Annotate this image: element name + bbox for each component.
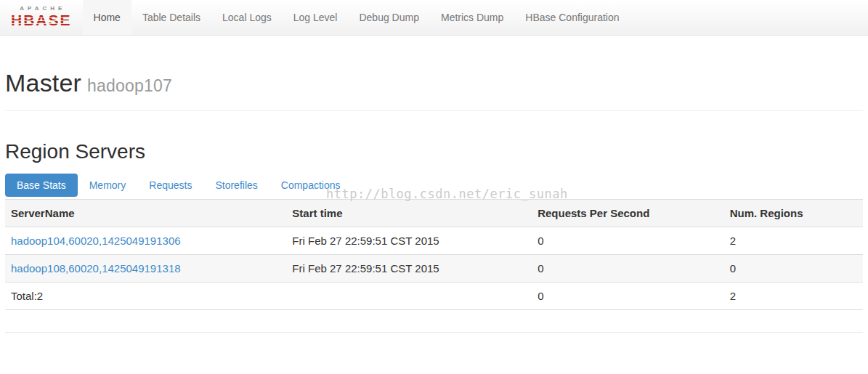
- tab-memory-label[interactable]: Memory: [78, 174, 138, 197]
- col-header-num-regions: Num. Regions: [724, 200, 863, 227]
- nav-item-debug-dump[interactable]: Debug Dump: [348, 0, 430, 35]
- nav-item-metrics-dump-label[interactable]: Metrics Dump: [430, 0, 514, 35]
- tab-memory[interactable]: Memory: [78, 174, 138, 197]
- master-title: Master: [5, 69, 81, 97]
- nav-item-metrics-dump[interactable]: Metrics Dump: [430, 0, 514, 35]
- cell-requests-per-second: 0: [532, 282, 724, 310]
- region-servers-table: ServerName Start time Requests Per Secon…: [5, 199, 863, 310]
- page-title: Masterhadoop107: [5, 69, 863, 97]
- main-content: Masterhadoop107 Region Servers Base Stat…: [0, 69, 868, 333]
- navbar: APACHE HBASE Home Table Details Local Lo…: [0, 0, 868, 36]
- cell-start-time: Fri Feb 27 22:59:51 CST 2015: [286, 255, 532, 282]
- nav-item-local-logs[interactable]: Local Logs: [211, 0, 283, 35]
- navbar-menu: Home Table Details Local Logs Log Level …: [83, 0, 630, 35]
- nav-item-hbase-configuration[interactable]: HBase Configuration: [514, 0, 630, 35]
- cell-start-time: [286, 282, 532, 310]
- tab-requests-label[interactable]: Requests: [137, 174, 203, 197]
- cell-requests-per-second: 0: [532, 227, 724, 255]
- server-link[interactable]: hadoop108,60020,1425049191318: [11, 262, 181, 275]
- table-row: hadoop104,60020,1425049191306 Fri Feb 27…: [5, 227, 863, 255]
- cell-num-regions: 0: [724, 255, 863, 282]
- cell-num-regions: 2: [724, 227, 863, 255]
- tab-requests[interactable]: Requests: [137, 174, 203, 197]
- tab-base-stats[interactable]: Base Stats: [5, 174, 78, 197]
- col-header-requests-per-second: Requests Per Second: [532, 200, 724, 227]
- table-header-row: ServerName Start time Requests Per Secon…: [5, 200, 863, 227]
- cell-requests-per-second: 0: [532, 255, 724, 282]
- cell-total-label: Total:2: [5, 282, 286, 310]
- footer-divider: [5, 332, 863, 333]
- divider: [5, 110, 863, 111]
- nav-item-home-label[interactable]: Home: [83, 0, 131, 35]
- nav-item-debug-dump-label[interactable]: Debug Dump: [348, 0, 430, 35]
- cell-servername: hadoop104,60020,1425049191306: [5, 227, 286, 255]
- hbase-logo[interactable]: APACHE HBASE: [0, 0, 83, 35]
- nav-item-table-details[interactable]: Table Details: [131, 0, 211, 35]
- nav-item-log-level[interactable]: Log Level: [283, 0, 349, 35]
- nav-item-table-details-label[interactable]: Table Details: [131, 0, 211, 35]
- cell-servername: hadoop108,60020,1425049191318: [5, 255, 286, 282]
- nav-item-local-logs-label[interactable]: Local Logs: [211, 0, 283, 35]
- tab-storefiles[interactable]: Storefiles: [203, 174, 269, 197]
- col-header-servername: ServerName: [5, 200, 286, 227]
- logo-hbase-text: HBASE: [11, 12, 72, 28]
- master-hostname: hadoop107: [87, 76, 172, 95]
- region-servers-tabs: Base Stats Memory Requests Storefiles Co…: [5, 174, 863, 197]
- region-servers-title: Region Servers: [5, 140, 863, 163]
- nav-item-log-level-label[interactable]: Log Level: [283, 0, 349, 35]
- server-link[interactable]: hadoop104,60020,1425049191306: [11, 235, 181, 247]
- table-row: hadoop108,60020,1425049191318 Fri Feb 27…: [5, 255, 863, 282]
- cell-num-regions: 2: [724, 282, 863, 310]
- cell-start-time: Fri Feb 27 22:59:51 CST 2015: [286, 227, 532, 255]
- tab-base-stats-label[interactable]: Base Stats: [5, 174, 78, 197]
- table-total-row: Total:2 0 2: [5, 282, 863, 310]
- nav-item-hbase-configuration-label[interactable]: HBase Configuration: [514, 0, 630, 35]
- nav-item-home[interactable]: Home: [83, 0, 131, 35]
- tab-compactions-label[interactable]: Compactions: [269, 174, 352, 197]
- tab-compactions[interactable]: Compactions: [269, 174, 352, 197]
- col-header-start-time: Start time: [286, 200, 532, 227]
- tab-storefiles-label[interactable]: Storefiles: [203, 174, 269, 197]
